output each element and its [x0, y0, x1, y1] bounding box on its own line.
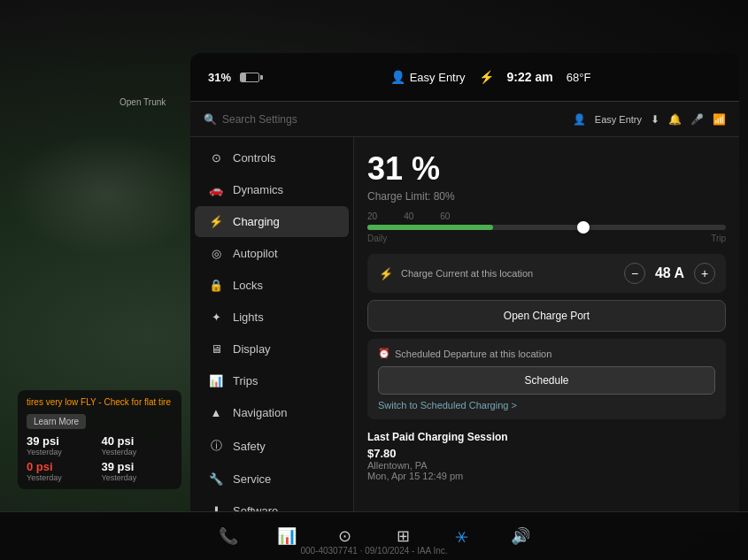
- charge-limit-label: Charge Limit: 80%: [367, 190, 726, 203]
- dynamics-icon: 🚗: [208, 183, 224, 196]
- search-placeholder: Search Settings: [222, 113, 297, 126]
- person-icon-top: 👤: [573, 113, 586, 126]
- charging-icon: ⚡: [208, 215, 224, 228]
- inner-panel: 🔍 Search Settings 👤 Easy Entry ⬇ 🔔 🎤 📶 ⊙…: [190, 102, 739, 531]
- phone-button[interactable]: 📞: [212, 520, 244, 552]
- slider-thumb[interactable]: [577, 221, 590, 234]
- safety-icon: ⓘ: [208, 438, 224, 454]
- energy-button[interactable]: 📊: [271, 520, 303, 552]
- scheduled-title: ⏰ Scheduled Departure at this location: [378, 348, 715, 359]
- sidebar-item-lights[interactable]: ✦ Lights: [195, 302, 349, 333]
- easy-entry-top: Easy Entry: [595, 114, 642, 125]
- tire-pressure-panel: tires very low FLY - Check for flat tire…: [18, 390, 181, 489]
- person-icon: 👤: [390, 70, 405, 84]
- increase-charge-button[interactable]: +: [694, 263, 715, 284]
- sidebar-item-service[interactable]: 🔧 Service: [195, 464, 349, 495]
- tire-rr: 39 psi Yesterday: [102, 460, 174, 482]
- sidebar-item-navigation[interactable]: ▲ Navigation: [195, 397, 349, 428]
- sidebar-item-trips[interactable]: 📊 Trips: [195, 365, 349, 396]
- autopilot-label: Autopilot: [233, 247, 278, 260]
- sidebar-item-locks[interactable]: 🔒 Locks: [195, 270, 349, 301]
- charge-current-row: ⚡ Charge Current at this location − 48 A…: [367, 254, 726, 293]
- second-bar: 🔍 Search Settings 👤 Easy Entry ⬇ 🔔 🎤 📶: [190, 102, 739, 137]
- switch-charging-link[interactable]: Switch to Scheduled Charging >: [378, 400, 715, 410]
- download-icon[interactable]: ⬇: [651, 113, 659, 126]
- charge-percentage: 31 %: [367, 150, 726, 188]
- trips-label: Trips: [233, 374, 258, 387]
- main-content: 31 % Charge Limit: 80% 20 40 60 Daily: [354, 137, 739, 531]
- charge-current-label: Charge Current at this location: [401, 267, 624, 280]
- mic-icon[interactable]: 🎤: [690, 113, 704, 126]
- charge-controls: − 48 A +: [624, 263, 715, 284]
- safety-label: Safety: [233, 440, 266, 453]
- slider-sublabels: Daily Trip: [367, 234, 726, 243]
- display-label: Display: [233, 342, 271, 356]
- slider-track[interactable]: [367, 225, 726, 230]
- paid-amount: $7.80: [367, 447, 726, 460]
- trips-icon: 📊: [208, 374, 224, 387]
- scheduled-section: ⏰ Scheduled Departure at this location S…: [367, 339, 726, 419]
- tire-readings-grid: 39 psi Yesterday 40 psi Yesterday 0 psi …: [27, 434, 173, 482]
- sidebar-item-display[interactable]: 🖥 Display: [195, 334, 349, 364]
- paid-date: Mon, Apr 15 12:49 pm: [367, 471, 726, 481]
- charge-bolt-icon: ⚡: [378, 267, 394, 280]
- last-paid-section: Last Paid Charging Session $7.80 Allento…: [367, 426, 726, 486]
- tesla-ui-panel: 31% 👤 Easy Entry ⚡ 9:22 am 68°F 🔍 Search…: [190, 53, 739, 531]
- daily-label: Daily: [367, 234, 387, 243]
- sidebar-item-dynamics[interactable]: 🚗 Dynamics: [195, 174, 349, 205]
- decrease-charge-button[interactable]: −: [624, 263, 645, 284]
- last-paid-title: Last Paid Charging Session: [367, 431, 726, 443]
- battery-percentage: 31%: [208, 71, 231, 84]
- schedule-button[interactable]: Schedule: [378, 366, 715, 395]
- easy-entry-badge[interactable]: 👤 Easy Entry: [390, 70, 466, 84]
- dynamics-label: Dynamics: [233, 183, 283, 196]
- sidebar: ⊙ Controls 🚗 Dynamics ⚡ Charging ◎ Autop…: [190, 137, 354, 531]
- car-background: [9, 133, 204, 257]
- battery-fill: [241, 73, 246, 81]
- clock-icon: ⏰: [378, 348, 390, 359]
- search-icon: 🔍: [204, 113, 217, 126]
- search-box[interactable]: 🔍 Search Settings: [204, 113, 559, 126]
- status-center: 👤 Easy Entry ⚡ 9:22 am 68°F: [259, 70, 721, 84]
- sidebar-item-charging[interactable]: ⚡ Charging: [195, 206, 349, 237]
- bluetooth-button[interactable]: ⚹: [446, 520, 478, 552]
- tire-rl: 0 psi Yesterday: [27, 460, 98, 482]
- tire-fr: 40 psi Yesterday: [102, 434, 174, 456]
- slider-fill: [367, 225, 493, 230]
- controls-icon: ⊙: [208, 151, 224, 165]
- charge-slider[interactable]: 20 40 60 Daily Trip: [367, 211, 726, 243]
- service-icon: 🔧: [208, 472, 224, 486]
- watermark: 000-40307741 · 09/10/2024 - IAA Inc.: [300, 546, 447, 556]
- tire-warning-text: tires very low FLY - Check for flat tire: [27, 397, 173, 407]
- locks-label: Locks: [233, 279, 263, 292]
- lightning-icon: ⚡: [479, 70, 494, 84]
- open-charge-port-button[interactable]: Open Charge Port: [367, 300, 726, 332]
- status-left: 31%: [208, 71, 259, 84]
- volume-icon[interactable]: 🔊: [505, 520, 536, 552]
- trip-label: Trip: [711, 234, 726, 243]
- open-trunk-label[interactable]: Open Trunk: [120, 97, 166, 107]
- alert-icon[interactable]: 🔔: [668, 113, 682, 126]
- battery-icon: [240, 73, 259, 82]
- sidebar-item-safety[interactable]: ⓘ Safety: [195, 429, 349, 463]
- tire-fl: 39 psi Yesterday: [27, 434, 98, 456]
- signal-icon: 📶: [713, 113, 726, 126]
- service-label: Service: [233, 472, 271, 486]
- navigation-label: Navigation: [233, 406, 287, 419]
- status-bar: 31% 👤 Easy Entry ⚡ 9:22 am 68°F: [190, 53, 739, 102]
- learn-more-button[interactable]: Learn More: [27, 414, 86, 429]
- sidebar-item-controls[interactable]: ⊙ Controls: [195, 142, 349, 173]
- paid-location: Allentown, PA: [367, 460, 726, 471]
- slider-labels: 20 40 60: [367, 211, 726, 221]
- time-display: 9:22 am: [507, 70, 553, 84]
- navigation-icon: ▲: [208, 406, 224, 419]
- locks-icon: 🔒: [208, 279, 224, 292]
- autopilot-icon: ◎: [208, 247, 224, 260]
- sidebar-item-autopilot[interactable]: ◎ Autopilot: [195, 238, 349, 269]
- lights-label: Lights: [233, 311, 264, 324]
- content-area: ⊙ Controls 🚗 Dynamics ⚡ Charging ◎ Autop…: [190, 137, 739, 531]
- lights-icon: ✦: [208, 311, 224, 324]
- controls-label: Controls: [233, 151, 275, 165]
- temp-display: 68°F: [567, 71, 591, 84]
- easy-entry-label: Easy Entry: [410, 71, 466, 84]
